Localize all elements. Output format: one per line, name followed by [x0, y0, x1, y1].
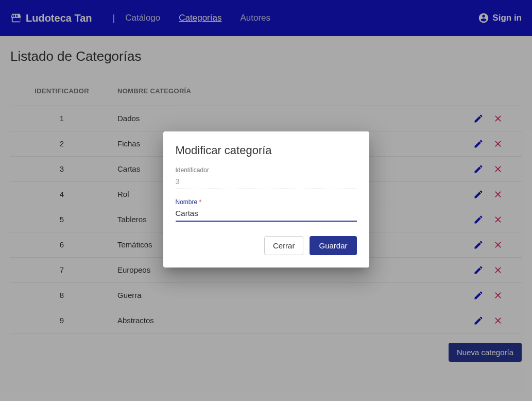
dialog-title: Modificar categoría [176, 144, 357, 157]
edit-category-dialog: Modificar categoría Identificador Nombre… [163, 131, 369, 268]
dialog-overlay[interactable]: Modificar categoría Identificador Nombre… [0, 0, 532, 401]
field-name-input[interactable] [176, 207, 357, 221]
field-id-label: Identificador [176, 166, 357, 174]
field-name: Nombre * [176, 198, 357, 222]
field-name-label: Nombre * [176, 198, 357, 206]
field-id: Identificador [176, 166, 357, 189]
close-button[interactable]: Cerrar [264, 236, 304, 255]
save-button[interactable]: Guardar [310, 236, 356, 255]
field-id-input [176, 175, 357, 189]
